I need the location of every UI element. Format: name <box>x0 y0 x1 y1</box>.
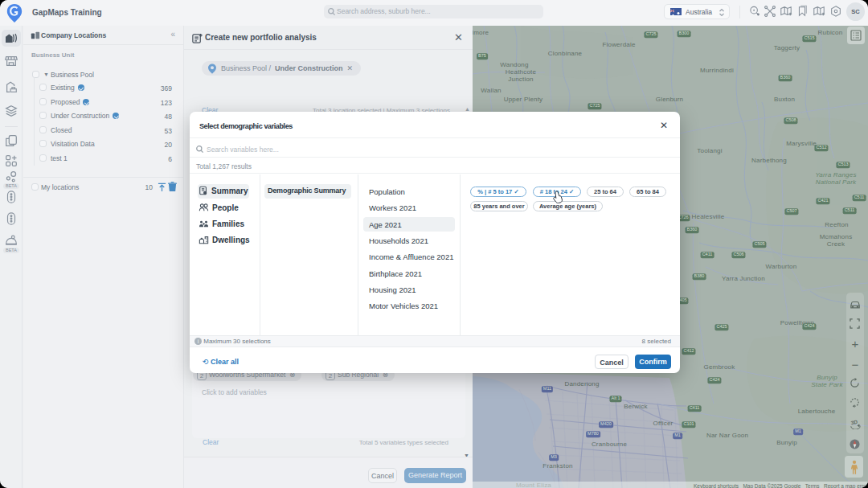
svg-text:3D: 3D <box>850 419 858 426</box>
